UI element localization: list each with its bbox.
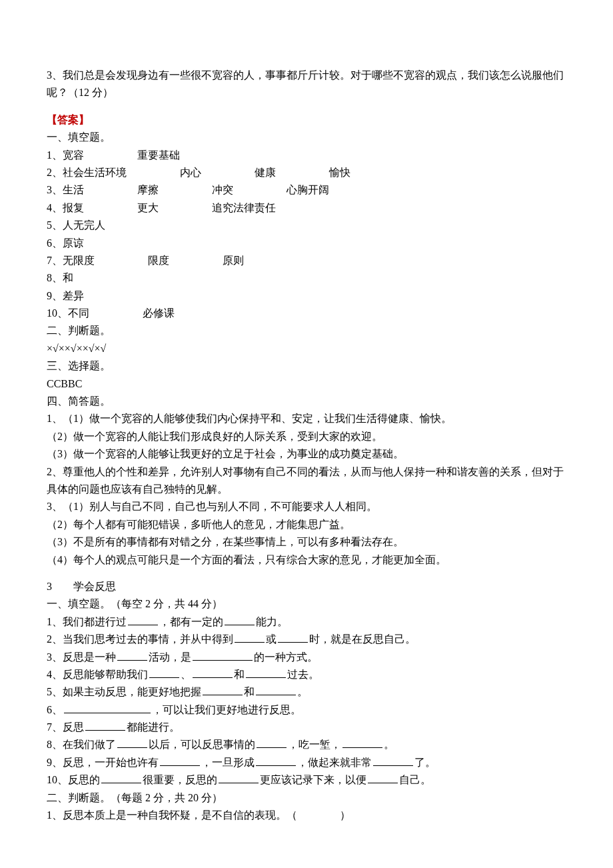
blank[interactable]	[256, 684, 296, 695]
ans-4-1c: （3）做一个宽容的人能够让我更好的立足于社会，为事业的成功奠定基础。	[47, 445, 566, 463]
ans-4-3c: （3）不是所有的事情都有对错之分，在某些事情上，可以有多种看法存在。	[47, 533, 566, 551]
blank[interactable]	[219, 772, 259, 783]
ans-4-3a: 3、（1）别人与自己不同，自己也与别人不同，不可能要求人人相同。	[47, 498, 566, 515]
ans-4-1a: 1、（1）做一个宽容的人能够使我们内心保持平和、安定，让我们生活得健康、愉快。	[47, 410, 566, 427]
blank[interactable]	[85, 719, 125, 731]
unit3-q8: 8、在我们做了以后，可以反思事情的，吃一堑，。	[47, 736, 566, 753]
section-2-title: 二、判断题。	[47, 322, 566, 339]
unit3-fill-title: 一、填空题。（每空 2 分，共 44 分）	[47, 595, 566, 613]
unit3-q6: 6、，可以让我们更好地进行反思。	[47, 701, 566, 719]
blank[interactable]	[225, 614, 255, 625]
blank[interactable]	[64, 702, 151, 713]
unit3-judge-title: 二、判断题。（每题 2 分，共 20 分）	[47, 789, 566, 807]
ans-1-6: 6、原谅	[47, 235, 566, 252]
ans-1-3: 3、生活摩擦冲突心胸开阔	[47, 181, 566, 199]
blank[interactable]	[246, 667, 286, 678]
unit3-q7: 7、反思都能进行。	[47, 719, 566, 736]
unit3-j1: 1、反思本质上是一种自我怀疑，是不自信的表现。（ ）	[47, 807, 566, 824]
unit3-q1: 1、我们都进行过，都有一定的能力。	[47, 613, 566, 631]
section-1-title: 一、填空题。	[47, 129, 566, 146]
ans-1-5: 5、人无完人	[47, 217, 566, 234]
blank[interactable]	[203, 684, 243, 695]
question-3: 3、我们总是会发现身边有一些很不宽容的人，事事都斤斤计较。对于哪些不宽容的观点，…	[47, 67, 566, 102]
blank[interactable]	[117, 649, 147, 661]
blank[interactable]	[117, 737, 147, 748]
section-4-title: 四、简答题。	[47, 393, 566, 410]
answer-header: 【答案】	[47, 111, 566, 129]
blank[interactable]	[257, 737, 287, 748]
unit3-q2: 2、当我们思考过去的事情，并从中得到或时，就是在反思自己。	[47, 631, 566, 648]
blank[interactable]	[278, 631, 308, 643]
ans-1-4: 4、报复更大追究法律责任	[47, 199, 566, 217]
unit3-q4: 4、反思能够帮助我们、和过去。	[47, 666, 566, 683]
ans-1-2: 2、社会生活环境内心健康愉快	[47, 164, 566, 181]
blank[interactable]	[101, 772, 141, 783]
unit3-q10: 10、反思的很重要，反思的更应该记录下来，以便自己。	[47, 771, 566, 789]
unit3-q9: 9、反思，一开始也许有，一旦形成，做起来就非常了。	[47, 754, 566, 771]
section-3-title: 三、选择题。	[47, 357, 566, 375]
ans-4-1b: （2）做一个宽容的人能让我们形成良好的人际关系，受到大家的欢迎。	[47, 428, 566, 445]
ans-1-1: 1、宽容重要基础	[47, 147, 566, 164]
unit3-title: 3 学会反思	[47, 578, 566, 595]
unit3-q5: 5、如果主动反思，能更好地把握和。	[47, 683, 566, 701]
ans-1-7: 7、无限度限度原则	[47, 252, 566, 269]
unit3-q3: 3、反思是一种活动，是的一种方式。	[47, 649, 566, 666]
ans-4-3b: （2）每个人都有可能犯错误，多听他人的意见，才能集思广益。	[47, 516, 566, 533]
blank[interactable]	[128, 614, 158, 625]
blank[interactable]	[368, 772, 398, 783]
blank[interactable]	[256, 755, 296, 766]
blank[interactable]	[193, 649, 253, 661]
ans-1-9: 9、差异	[47, 287, 566, 305]
blank[interactable]	[149, 667, 179, 678]
blank[interactable]	[235, 631, 265, 643]
blank[interactable]	[373, 755, 413, 766]
ans-1-8: 8、和	[47, 269, 566, 287]
ans-1-10: 10、不同必修课	[47, 305, 566, 322]
ans-4-2: 2、尊重他人的个性和差异，允许别人对事物有自己不同的看法，从而与他人保持一种和谐…	[47, 463, 566, 499]
ans-2: ×√××√××√×√	[47, 340, 566, 357]
blank[interactable]	[193, 667, 233, 678]
blank[interactable]	[160, 755, 200, 766]
blank[interactable]	[342, 737, 382, 748]
ans-4-3d: （4）每个人的观点可能只是一个方面的看法，只有综合大家的意见，才能更加全面。	[47, 551, 566, 569]
ans-3: CCBBC	[47, 375, 566, 393]
